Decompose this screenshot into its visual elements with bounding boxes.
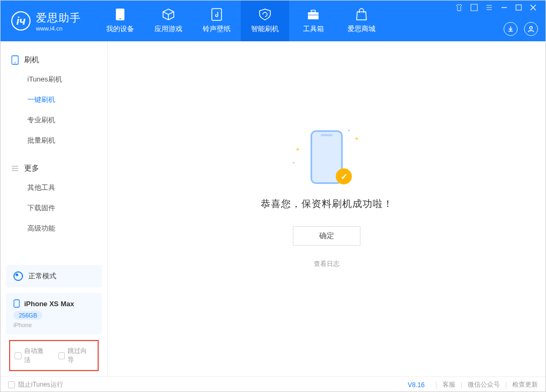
cube-icon bbox=[162, 8, 175, 21]
ok-button[interactable]: 确定 bbox=[293, 226, 360, 246]
sidebar-item-itunes-flash[interactable]: iTunes刷机 bbox=[1, 69, 107, 90]
device-name: iPhone XS Max bbox=[24, 300, 74, 308]
checkbox-label: 自动激活 bbox=[24, 346, 50, 365]
sidebar-group-title: 更多 bbox=[24, 164, 39, 173]
device-storage-badge: 256GB bbox=[13, 311, 42, 320]
music-file-icon bbox=[210, 8, 223, 21]
shield-refresh-icon bbox=[259, 8, 271, 21]
svg-rect-3 bbox=[308, 12, 319, 19]
success-message: 恭喜您，保资料刷机成功啦！ bbox=[261, 197, 393, 210]
sidebar-item-download-firmware[interactable]: 下载固件 bbox=[1, 198, 107, 218]
checkbox-icon bbox=[58, 352, 65, 359]
view-log-link[interactable]: 查看日志 bbox=[314, 260, 340, 269]
phone-small-icon bbox=[13, 299, 20, 308]
svg-rect-4 bbox=[311, 10, 315, 12]
version-label: V8.16 bbox=[408, 381, 424, 389]
sidebar-item-batch-flash[interactable]: 批量刷机 bbox=[1, 130, 107, 151]
footer-link-support[interactable]: 客服 bbox=[442, 380, 455, 389]
header-right bbox=[455, 1, 540, 41]
nav-my-device[interactable]: 我的设备 bbox=[96, 1, 144, 41]
sidebar: 刷机 iTunes刷机 一键刷机 专业刷机 批量刷机 更多 其他工具 下载固件 … bbox=[1, 41, 108, 376]
sidebar-group-flash[interactable]: 刷机 bbox=[1, 51, 107, 69]
success-illustration: ✓ ✦ ✦ bbox=[292, 128, 361, 187]
svg-rect-20 bbox=[14, 300, 19, 307]
app-name: 爱思助手 bbox=[36, 11, 81, 25]
nav-ringtones-wallpapers[interactable]: 铃声壁纸 bbox=[193, 1, 241, 41]
account-button[interactable] bbox=[524, 22, 538, 36]
nav-label: 工具箱 bbox=[303, 24, 324, 34]
bag-icon bbox=[355, 8, 368, 21]
download-button[interactable] bbox=[504, 22, 518, 36]
toolbox-icon bbox=[307, 8, 320, 21]
sidebar-item-advanced[interactable]: 高级功能 bbox=[1, 218, 107, 239]
device-mode-label: 正常模式 bbox=[28, 271, 56, 281]
logo-icon: iч bbox=[11, 11, 31, 31]
close-button[interactable] bbox=[529, 4, 537, 11]
auto-activate-checkbox[interactable]: 自动激活 bbox=[14, 346, 50, 365]
nav-smart-flash[interactable]: 智能刷机 bbox=[241, 1, 289, 41]
window-controls bbox=[455, 4, 540, 11]
checkbox-icon bbox=[14, 352, 21, 359]
nav-store[interactable]: 爱思商城 bbox=[337, 1, 386, 41]
main-panel: ✓ ✦ ✦ 恭喜您，保资料刷机成功啦！ 确定 查看日志 bbox=[108, 41, 545, 376]
svg-rect-6 bbox=[471, 4, 477, 11]
checkbox-label: 跳过向导 bbox=[68, 346, 93, 365]
app-site: www.i4.cn bbox=[36, 25, 81, 32]
dot-decoration bbox=[293, 162, 294, 164]
sidebar-group-title: 刷机 bbox=[24, 55, 39, 65]
footer-link-wechat[interactable]: 微信公众号 bbox=[468, 380, 500, 389]
minimize-button[interactable] bbox=[500, 4, 508, 11]
feedback-icon[interactable] bbox=[470, 4, 478, 11]
footer: 阻止iTunes运行 V8.16 | 客服 | 微信公众号 | 检查更新 bbox=[1, 376, 545, 392]
sidebar-item-pro-flash[interactable]: 专业刷机 bbox=[1, 110, 107, 130]
device-card[interactable]: iPhone XS Max 256GB iPhone bbox=[6, 293, 102, 335]
svg-point-1 bbox=[120, 18, 121, 19]
maximize-button[interactable] bbox=[515, 4, 522, 11]
nav-label: 智能刷机 bbox=[251, 24, 279, 34]
sidebar-item-other-tools[interactable]: 其他工具 bbox=[1, 177, 107, 198]
nav-apps-games[interactable]: 应用游戏 bbox=[144, 1, 193, 41]
header: iч 爱思助手 www.i4.cn 我的设备 应用游戏 铃声壁纸 智能刷机 工具… bbox=[1, 1, 545, 41]
device-type: iPhone bbox=[13, 322, 94, 328]
svg-point-14 bbox=[530, 27, 533, 29]
nav-label: 铃声壁纸 bbox=[203, 24, 231, 34]
checkmark-badge-icon: ✓ bbox=[336, 168, 352, 184]
tshirt-icon[interactable] bbox=[455, 4, 463, 11]
logo[interactable]: iч 爱思助手 www.i4.cn bbox=[1, 1, 91, 41]
list-icon bbox=[11, 165, 19, 172]
nav-label: 爱思商城 bbox=[348, 24, 375, 34]
main-nav: 我的设备 应用游戏 铃声壁纸 智能刷机 工具箱 爱思商城 bbox=[96, 1, 386, 41]
footer-link-update[interactable]: 检查更新 bbox=[512, 380, 538, 389]
menu-icon[interactable] bbox=[485, 4, 493, 11]
dot-decoration bbox=[348, 130, 350, 131]
phone-icon bbox=[114, 8, 127, 21]
sparkle-icon: ✦ bbox=[354, 135, 359, 143]
sidebar-group-more[interactable]: 更多 bbox=[1, 159, 107, 177]
flash-options-highlighted: 自动激活 跳过向导 bbox=[9, 340, 99, 371]
skip-guide-checkbox[interactable]: 跳过向导 bbox=[58, 346, 94, 365]
device-mode-card[interactable]: 正常模式 bbox=[6, 265, 102, 287]
nav-toolbox[interactable]: 工具箱 bbox=[289, 1, 337, 41]
nav-label: 应用游戏 bbox=[154, 24, 182, 34]
svg-point-16 bbox=[14, 62, 16, 63]
block-itunes-checkbox-label[interactable]: 阻止iTunes运行 bbox=[18, 380, 63, 389]
svg-rect-11 bbox=[516, 5, 521, 10]
mode-indicator-icon bbox=[13, 271, 23, 281]
phone-outline-icon bbox=[11, 55, 19, 65]
checkbox-icon[interactable] bbox=[8, 381, 15, 388]
nav-label: 我的设备 bbox=[106, 24, 134, 34]
sparkle-icon: ✦ bbox=[295, 146, 300, 153]
sidebar-item-onekey-flash[interactable]: 一键刷机 bbox=[1, 90, 107, 110]
